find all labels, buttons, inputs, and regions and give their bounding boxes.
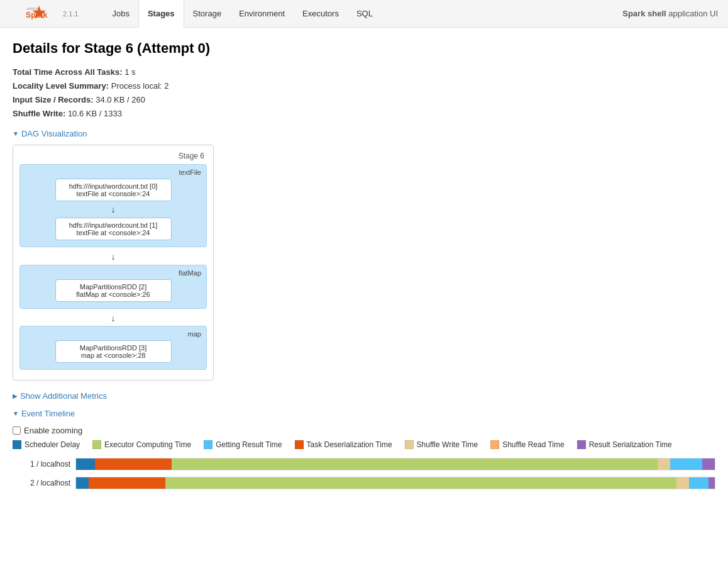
- nav-environment[interactable]: Environment: [230, 0, 294, 28]
- bar-segment-1-4: [676, 477, 689, 489]
- bar-segment-0-4: [658, 459, 670, 470]
- bar-segment-1-0: [76, 477, 89, 489]
- legend-label-scheduler-delay: Scheduler Delay: [25, 440, 80, 449]
- metrics-link-label: Show Additional Metrics: [20, 391, 107, 401]
- legend-label-shuffle-read: Shuffle Read Time: [502, 440, 565, 449]
- dag-arrow-between-1: ↓: [19, 251, 207, 264]
- bar-segment-0-3: [172, 459, 657, 470]
- version-label: 2.1.1: [63, 10, 78, 18]
- legend-color-scheduler-delay: [13, 440, 21, 449]
- legend-item-getting-result: Getting Result Time: [204, 440, 282, 449]
- legend-item-scheduler-delay: Scheduler Delay: [13, 440, 80, 449]
- dag-group-map-label: map: [25, 330, 201, 338]
- legend-label-getting-result: Getting Result Time: [216, 440, 282, 449]
- enable-zoom-checkbox[interactable]: [13, 426, 21, 435]
- bar-segment-0-0: [76, 459, 95, 470]
- legend-color-shuffle-read: [490, 440, 499, 449]
- shuffle-label: Shuffle Write:: [13, 109, 65, 118]
- legend-color-task-deserialization: [295, 440, 304, 449]
- legend-item-result-serialization: Result Serialization Time: [577, 440, 672, 449]
- enable-zoom-label: Enable zooming: [24, 426, 82, 435]
- input-label: Input Size / Records:: [13, 95, 94, 104]
- legend-item-executor-computing: Executor Computing Time: [92, 440, 191, 449]
- bar-segment-0-5: [670, 459, 702, 470]
- dag-group-flatmap: flatMap MapPartitionsRDD [2]flatMap at <…: [19, 265, 207, 309]
- total-time-row: Total Time Across All Tasks: 1 s: [13, 65, 715, 79]
- page-title: Details for Stage 6 (Attempt 0): [13, 40, 715, 57]
- timeline-row-label-1: 2 / localhost: [13, 479, 75, 487]
- legend-label-task-deserialization: Task Deserialization Time: [307, 440, 392, 449]
- app-label: Spark shell application UI: [622, 9, 718, 18]
- bar-segment-1-1: [89, 477, 165, 489]
- dag-toggle[interactable]: ▼ DAG Visualization: [13, 129, 87, 138]
- legend-color-executor-computing: [92, 440, 101, 449]
- brand: APACHE Spark 2.1.1: [10, 4, 91, 23]
- dag-arrow-between-2: ↓: [19, 313, 207, 325]
- dag-group-flatmap-label: flatMap: [25, 269, 201, 277]
- shuffle-value: 10.6 KB / 1333: [68, 109, 122, 118]
- timeline-row-1: 2 / localhost: [13, 474, 715, 492]
- svg-text:APACHE: APACHE: [27, 6, 41, 10]
- dag-node-0: hdfs:///input/wordcount.txt [0]textFile …: [55, 179, 172, 201]
- enable-zoom-row: Enable zooming: [13, 426, 715, 435]
- legend-item-shuffle-write: Shuffle Write Time: [405, 440, 478, 449]
- nav-items: Jobs Stages Storage Environment Executor…: [103, 0, 381, 28]
- locality-row: Locality Level Summary: Process local: 2: [13, 79, 715, 93]
- nav-stages[interactable]: Stages: [138, 0, 184, 28]
- svg-text:Spark: Spark: [26, 11, 47, 19]
- timeline-legend: Scheduler DelayExecutor Computing TimeGe…: [13, 440, 715, 449]
- dag-link-label: DAG Visualization: [21, 129, 87, 138]
- nav-sql[interactable]: SQL: [348, 0, 382, 28]
- legend-label-executor-computing: Executor Computing Time: [104, 440, 191, 449]
- dag-node-2: MapPartitionsRDD [2]flatMap at <console>…: [55, 279, 172, 302]
- timeline-row-0: 1 / localhost: [13, 455, 715, 473]
- locality-label: Locality Level Summary:: [13, 81, 109, 91]
- bar-segment-1-6: [709, 477, 715, 489]
- dag-stage-label: Stage 6: [19, 152, 204, 160]
- legend-item-task-deserialization: Task Deserialization Time: [295, 440, 392, 449]
- input-value: 34.0 KB / 260: [96, 95, 145, 104]
- nav-storage[interactable]: Storage: [184, 0, 231, 28]
- input-row: Input Size / Records: 34.0 KB / 260: [13, 93, 715, 107]
- legend-color-shuffle-write: [405, 440, 414, 449]
- total-time-value: 1 s: [124, 67, 135, 77]
- shuffle-row: Shuffle Write: 10.6 KB / 1333: [13, 107, 715, 121]
- dag-container: Stage 6 textFile hdfs:///input/wordcount…: [13, 145, 214, 381]
- dag-group-map: map MapPartitionsRDD [3]map at <console>…: [19, 326, 207, 370]
- nav-jobs[interactable]: Jobs: [103, 0, 138, 28]
- bar-segment-0-6: [702, 459, 715, 470]
- timeline-bar-container-0: [75, 458, 715, 470]
- bar-segment-0-1: [95, 459, 172, 470]
- legend-item-shuffle-read: Shuffle Read Time: [490, 440, 565, 449]
- dag-group-textfile: textFile hdfs:///input/wordcount.txt [0]…: [19, 164, 207, 247]
- navbar: APACHE Spark 2.1.1 Jobs Stages Storage E…: [0, 0, 728, 28]
- nav-executors[interactable]: Executors: [294, 0, 348, 28]
- metrics-arrow-icon: ▶: [13, 392, 18, 399]
- dag-arrow-icon: ▼: [13, 130, 19, 137]
- main-content: Details for Stage 6 (Attempt 0) Total Ti…: [0, 28, 728, 506]
- metrics-toggle[interactable]: ▶ Show Additional Metrics: [13, 391, 107, 401]
- total-time-label: Total Time Across All Tasks:: [13, 67, 123, 77]
- bar-segment-1-3: [165, 477, 676, 489]
- dag-arrow-0: ↓: [25, 204, 201, 216]
- dag-group-textfile-label: textFile: [25, 169, 201, 176]
- timeline-row-label-0: 1 / localhost: [13, 460, 75, 469]
- legend-label-result-serialization: Result Serialization Time: [589, 440, 672, 449]
- spark-logo-icon: APACHE Spark: [10, 4, 60, 23]
- timeline-bar-container-1: [75, 477, 715, 489]
- timeline-rows: 1 / localhost2 / localhost: [13, 455, 715, 493]
- dag-node-3: MapPartitionsRDD [3]map at <console>:28: [55, 340, 172, 363]
- legend-label-shuffle-write: Shuffle Write Time: [417, 440, 478, 449]
- summary-table: Total Time Across All Tasks: 1 s Localit…: [13, 65, 715, 121]
- timeline-toggle[interactable]: ▼ Event Timeline: [13, 409, 75, 418]
- timeline-link-label: Event Timeline: [21, 409, 75, 418]
- dag-node-1: hdfs:///input/wordcount.txt [1]textFile …: [55, 218, 172, 240]
- bar-segment-1-5: [689, 477, 708, 489]
- legend-color-result-serialization: [577, 440, 586, 449]
- legend-color-getting-result: [204, 440, 212, 449]
- locality-value: Process local: 2: [111, 81, 169, 91]
- timeline-arrow-icon: ▼: [13, 410, 19, 417]
